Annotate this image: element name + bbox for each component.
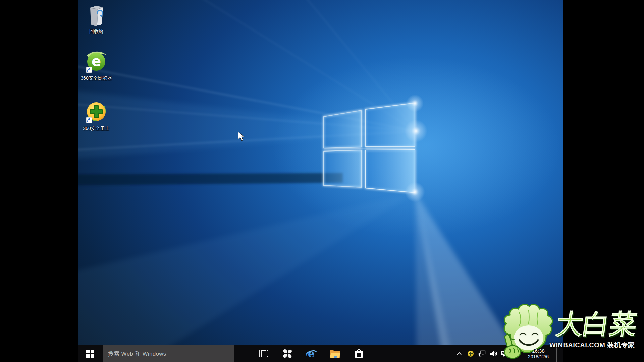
pinwheel-icon: [282, 348, 293, 359]
start-button[interactable]: [78, 345, 103, 362]
360-safeguard-icon: [84, 101, 108, 125]
pinwheel-app-button[interactable]: [277, 345, 298, 362]
file-explorer-button[interactable]: [325, 345, 345, 362]
tray-360-safeguard-button[interactable]: [467, 345, 475, 362]
360-browser-icon: e: [84, 50, 108, 74]
desktop-icon-label: 360安全卫士: [79, 125, 114, 131]
internet-explorer-button[interactable]: e: [301, 345, 322, 362]
windows-store-button[interactable]: [348, 345, 369, 362]
file-explorer-icon: [329, 349, 341, 358]
brand-text: 大白菜: [554, 309, 639, 339]
windows-store-icon: [354, 348, 364, 359]
svg-text:e: e: [308, 348, 315, 360]
internet-explorer-icon: e: [305, 348, 317, 360]
taskbar-search-input[interactable]: 搜索 Web 和 Windows: [103, 345, 234, 362]
task-view-icon: [258, 349, 269, 358]
cabbage-mascot-icon: [499, 302, 557, 362]
screen: 回收站 e 360安全浏览器: [0, 0, 644, 362]
desktop-icon-360-safeguard[interactable]: 360安全卫士: [79, 101, 114, 131]
brand-subtitle: WINBAICAI.COM 装机专家: [549, 341, 644, 350]
taskbar: 搜索 Web 和 Windows: [78, 345, 563, 362]
shortcut-arrow-badge: [86, 117, 92, 123]
desktop-icon-recycle-bin[interactable]: 回收站: [79, 3, 114, 34]
task-view-button[interactable]: [253, 345, 274, 362]
dabaicai-watermark: 大白菜 大白菜 WINBAICAI.COM 装机专家: [499, 302, 644, 362]
desktop[interactable]: 回收站 e 360安全浏览器: [78, 0, 563, 362]
windows-logo-icon: [86, 350, 94, 358]
tray-network-button[interactable]: [478, 345, 486, 362]
svg-text:e: e: [92, 53, 101, 69]
search-placeholder: 搜索 Web 和 Windows: [108, 350, 166, 358]
tray-volume-button[interactable]: [489, 345, 497, 362]
360-tray-icon: [467, 350, 474, 357]
taskbar-empty-space: [369, 345, 455, 362]
windows-hero-wallpaper: [78, 0, 563, 362]
desktop-icon-label: 回收站: [79, 28, 114, 34]
shortcut-arrow-badge: [86, 67, 92, 73]
volume-icon: [489, 350, 497, 357]
mouse-cursor: [237, 131, 247, 142]
brand-logo: 大白菜 大白菜: [549, 306, 644, 341]
recycle-bin-icon: [87, 3, 106, 27]
network-icon: [478, 350, 486, 357]
taskbar-buttons: e: [253, 345, 369, 362]
chevron-up-icon: [457, 352, 462, 355]
desktop-icon-label: 360安全浏览器: [79, 75, 114, 81]
desktop-icon-360-browser[interactable]: e 360安全浏览器: [79, 50, 114, 81]
tray-chevron-up-button[interactable]: [455, 345, 463, 362]
